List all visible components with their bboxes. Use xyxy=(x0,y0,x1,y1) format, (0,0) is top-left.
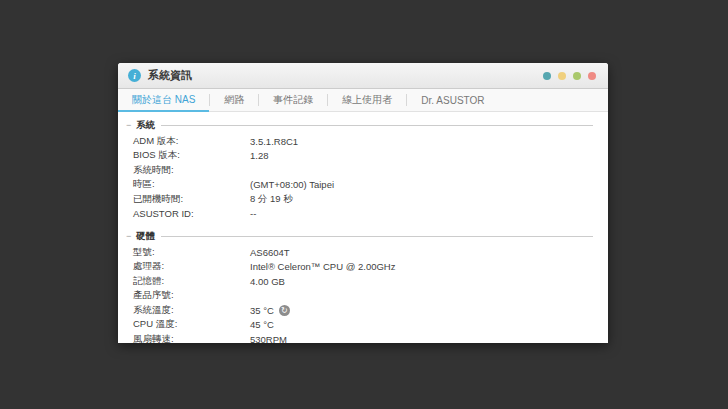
refresh-temperature-icon[interactable]: ↻ xyxy=(279,305,290,316)
section-divider-line xyxy=(161,236,593,237)
row-value-text: 35 °C xyxy=(250,305,274,316)
row-value-text: 530RPM xyxy=(250,334,287,343)
row-value-text: Intel® Celeron™ CPU @ 2.00GHz xyxy=(250,261,395,272)
row-label: 系統溫度: xyxy=(133,304,250,317)
row-label: 產品序號: xyxy=(133,289,250,302)
info-row: CPU 溫度:45 °C xyxy=(133,318,593,333)
tab-網路[interactable]: 網路 xyxy=(210,89,258,111)
content-panel: −系統ADM 版本:3.5.1.R8C1BIOS 版本:1.28系統時間:時區:… xyxy=(118,112,608,343)
info-row: 時區:(GMT+08:00) Taipei xyxy=(133,178,593,193)
row-value: Intel® Celeron™ CPU @ 2.00GHz xyxy=(250,261,395,272)
row-value: 4.00 GB xyxy=(250,276,285,287)
section-header: −系統 xyxy=(126,118,593,132)
section-divider-line xyxy=(161,125,593,126)
row-label: CPU 溫度: xyxy=(133,318,250,331)
row-label: 處理器: xyxy=(133,260,250,273)
row-label: 記憶體: xyxy=(133,275,250,288)
row-value-text: 3.5.1.R8C1 xyxy=(250,136,298,147)
info-row: 產品序號: xyxy=(133,289,593,304)
info-row: 系統溫度:35 °C↻ xyxy=(133,303,593,318)
info-row: 記憶體:4.00 GB xyxy=(133,274,593,289)
tab-線上使用者[interactable]: 線上使用者 xyxy=(328,89,406,111)
tab-bar: 關於這台 NAS網路事件記錄線上使用者Dr. ASUSTOR xyxy=(118,89,608,112)
section-title: 硬體 xyxy=(136,230,155,243)
row-value-text: (GMT+08:00) Taipei xyxy=(250,179,334,190)
info-row: 風扇轉速:530RPM xyxy=(133,332,593,343)
row-label: ASUSTOR ID: xyxy=(133,208,250,219)
row-value-text: 1.28 xyxy=(250,150,269,161)
row-value-text: 4.00 GB xyxy=(250,276,285,287)
info-row: ADM 版本:3.5.1.R8C1 xyxy=(133,134,593,149)
info-row: 已開機時間:8 分 19 秒 xyxy=(133,192,593,207)
section-rows: 型號:AS6604T處理器:Intel® Celeron™ CPU @ 2.00… xyxy=(133,245,593,343)
window-title: 系統資訊 xyxy=(148,68,543,83)
row-value-text: AS6604T xyxy=(250,247,290,258)
info-row: 處理器:Intel® Celeron™ CPU @ 2.00GHz xyxy=(133,260,593,275)
section-0: −系統ADM 版本:3.5.1.R8C1BIOS 版本:1.28系統時間:時區:… xyxy=(133,118,593,221)
maximize-button[interactable] xyxy=(573,72,581,80)
row-value: AS6604T xyxy=(250,247,290,258)
row-value-text: 8 分 19 秒 xyxy=(250,193,293,206)
row-value: -- xyxy=(250,208,256,219)
row-label: ADM 版本: xyxy=(133,135,250,148)
info-row: 系統時間: xyxy=(133,163,593,178)
info-row: 型號:AS6604T xyxy=(133,245,593,260)
section-rows: ADM 版本:3.5.1.R8C1BIOS 版本:1.28系統時間:時區:(GM… xyxy=(133,134,593,221)
system-info-window: i 系統資訊 關於這台 NAS網路事件記錄線上使用者Dr. ASUSTOR −系… xyxy=(118,63,608,343)
section-header: −硬體 xyxy=(126,229,593,243)
section-1: −硬體型號:AS6604T處理器:Intel® Celeron™ CPU @ 2… xyxy=(133,229,593,343)
minimize-button[interactable] xyxy=(558,72,566,80)
section-title: 系統 xyxy=(136,119,155,132)
row-value-text: -- xyxy=(250,208,256,219)
collapse-toggle-icon[interactable]: − xyxy=(126,120,136,130)
tab-dr-asustor[interactable]: Dr. ASUSTOR xyxy=(407,89,498,111)
row-value: 35 °C↻ xyxy=(250,305,290,316)
row-label: 型號: xyxy=(133,246,250,259)
row-value-text: 45 °C xyxy=(250,319,274,330)
row-value: (GMT+08:00) Taipei xyxy=(250,179,334,190)
row-label: 系統時間: xyxy=(133,164,250,177)
row-value: 8 分 19 秒 xyxy=(250,193,293,206)
pin-button[interactable] xyxy=(543,72,551,80)
row-value: 45 °C xyxy=(250,319,274,330)
row-label: 風扇轉速: xyxy=(133,333,250,343)
window-controls xyxy=(543,72,596,80)
tab-事件記錄[interactable]: 事件記錄 xyxy=(259,89,327,111)
row-label: 時區: xyxy=(133,178,250,191)
title-bar[interactable]: i 系統資訊 xyxy=(118,63,608,89)
row-value: 1.28 xyxy=(250,150,269,161)
info-row: ASUSTOR ID:-- xyxy=(133,207,593,222)
row-value: 530RPM xyxy=(250,334,287,343)
close-button[interactable] xyxy=(588,72,596,80)
row-label: 已開機時間: xyxy=(133,193,250,206)
row-label: BIOS 版本: xyxy=(133,149,250,162)
collapse-toggle-icon[interactable]: − xyxy=(126,231,136,241)
row-value: 3.5.1.R8C1 xyxy=(250,136,298,147)
tab-about-nas[interactable]: 關於這台 NAS xyxy=(118,89,209,111)
info-icon: i xyxy=(128,69,141,82)
info-row: BIOS 版本:1.28 xyxy=(133,149,593,164)
